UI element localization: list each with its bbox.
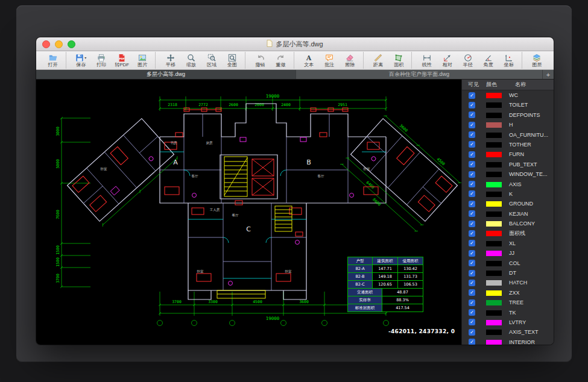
toolbar-button-zoom-region[interactable]: 区域 bbox=[202, 52, 221, 69]
toolbar-button-zoom-extents[interactable]: 全图 bbox=[223, 52, 241, 69]
layer-row[interactable]: ✓DEFPOINTS bbox=[462, 110, 554, 120]
layer-visible-checkbox[interactable]: ✓ bbox=[469, 92, 475, 99]
layer-visible-checkbox[interactable]: ✓ bbox=[469, 181, 475, 187]
minimize-button[interactable] bbox=[55, 40, 63, 48]
layer-color-swatch[interactable] bbox=[486, 133, 502, 138]
layer-row[interactable]: ✓TK bbox=[462, 308, 554, 318]
layer-visible-checkbox[interactable]: ✓ bbox=[469, 270, 475, 277]
toolbar-button-pdf[interactable]: PDF转PDF bbox=[113, 52, 131, 69]
layer-visible-checkbox[interactable]: ✓ bbox=[469, 122, 475, 128]
layer-row[interactable]: ✓H bbox=[462, 120, 554, 130]
toolbar-button-area[interactable]: 面积 bbox=[390, 52, 408, 69]
layer-row[interactable]: ✓AXIS_TEXT bbox=[462, 327, 554, 337]
layer-row[interactable]: ✓TREE bbox=[462, 298, 554, 307]
dropdown-caret-icon[interactable]: ▾ bbox=[84, 56, 86, 60]
toolbar-button-image[interactable]: 图片 bbox=[133, 52, 152, 69]
layer-row[interactable]: ✓WC bbox=[462, 90, 554, 100]
layer-color-swatch[interactable] bbox=[486, 290, 502, 296]
layer-color-swatch[interactable] bbox=[486, 152, 502, 157]
layer-color-swatch[interactable] bbox=[486, 320, 502, 325]
layer-visible-checkbox[interactable]: ✓ bbox=[469, 151, 475, 158]
layer-color-swatch[interactable] bbox=[486, 93, 502, 98]
layer-visible-checkbox[interactable]: ✓ bbox=[469, 102, 475, 108]
layer-color-swatch[interactable] bbox=[486, 162, 502, 168]
layer-row[interactable]: ✓HATCH bbox=[462, 278, 554, 287]
layer-visible-checkbox[interactable]: ✓ bbox=[469, 131, 475, 138]
layer-color-swatch[interactable] bbox=[486, 251, 502, 256]
layer-row[interactable]: ✓K bbox=[462, 189, 554, 199]
layer-row[interactable]: ✓FURN bbox=[462, 149, 554, 159]
layer-row[interactable]: ✓TOILET bbox=[462, 100, 554, 110]
layer-visible-checkbox[interactable]: ✓ bbox=[469, 329, 475, 336]
layer-color-swatch[interactable] bbox=[486, 280, 502, 286]
layer-visible-checkbox[interactable]: ✓ bbox=[469, 240, 475, 246]
layer-color-swatch[interactable] bbox=[486, 192, 502, 197]
new-tab-button[interactable]: + bbox=[543, 70, 554, 79]
layer-row[interactable]: ✓COL bbox=[462, 258, 554, 268]
toolbar-button-annotate[interactable]: 批注 bbox=[320, 52, 339, 69]
toolbar-button-pan[interactable]: 平移 bbox=[161, 52, 180, 69]
toolbar-button-text[interactable]: A文本 bbox=[300, 52, 318, 69]
layer-color-swatch[interactable] bbox=[486, 330, 502, 335]
close-button[interactable] bbox=[42, 40, 50, 48]
layer-visible-checkbox[interactable]: ✓ bbox=[469, 210, 475, 217]
layer-visible-checkbox[interactable]: ✓ bbox=[469, 230, 475, 237]
layer-color-swatch[interactable] bbox=[486, 231, 502, 236]
layer-row[interactable]: ✓WINDOW_TE... bbox=[462, 169, 554, 179]
layer-row[interactable]: ✓XL bbox=[462, 239, 554, 248]
layer-color-swatch[interactable] bbox=[486, 300, 502, 305]
toolbar-button-redo[interactable]: 重做 bbox=[271, 52, 290, 69]
layer-visible-checkbox[interactable]: ✓ bbox=[469, 260, 475, 266]
toolbar-button-layers[interactable]: 图层 bbox=[528, 52, 546, 69]
toolbar-button-dim-linear[interactable]: 线性 bbox=[417, 52, 436, 69]
layer-color-swatch[interactable] bbox=[486, 102, 502, 108]
layer-color-swatch[interactable] bbox=[486, 122, 502, 128]
layer-visible-checkbox[interactable]: ✓ bbox=[469, 201, 475, 207]
layer-row[interactable]: ✓JJ bbox=[462, 248, 554, 258]
layer-visible-checkbox[interactable]: ✓ bbox=[469, 171, 475, 178]
layer-visible-checkbox[interactable]: ✓ bbox=[469, 141, 475, 148]
zoom-button[interactable] bbox=[68, 40, 75, 48]
layer-row[interactable]: ✓KEJIAN bbox=[462, 209, 554, 219]
layer-visible-checkbox[interactable]: ✓ bbox=[469, 339, 475, 345]
toolbar-button-distance[interactable]: 距离 bbox=[369, 52, 388, 69]
layer-color-swatch[interactable] bbox=[486, 172, 502, 177]
layer-row[interactable]: ✓BALCONY bbox=[462, 219, 554, 228]
toolbar-button-dim-radius[interactable]: 半径 bbox=[458, 52, 477, 69]
toolbar-button-open-folder[interactable]: 打开 bbox=[43, 52, 62, 69]
layer-visible-checkbox[interactable]: ✓ bbox=[469, 319, 475, 325]
layer-visible-checkbox[interactable]: ✓ bbox=[469, 190, 475, 197]
layer-visible-checkbox[interactable]: ✓ bbox=[469, 111, 475, 118]
layer-color-swatch[interactable] bbox=[486, 261, 502, 266]
layer-color-swatch[interactable] bbox=[486, 221, 502, 227]
layer-visible-checkbox[interactable]: ✓ bbox=[469, 299, 475, 306]
toolbar-button-printer[interactable]: 打印 bbox=[92, 52, 111, 69]
toolbar-button-zoom[interactable]: 缩放 bbox=[182, 52, 200, 69]
title-bar[interactable]: 多层小高等.dwg bbox=[36, 37, 554, 51]
layer-visible-checkbox[interactable]: ✓ bbox=[469, 250, 475, 257]
layer-row[interactable]: ✓LVTRY bbox=[462, 318, 554, 327]
toolbar-button-dim-angle[interactable]: 角度 bbox=[479, 52, 498, 69]
layer-row[interactable]: ✓DT bbox=[462, 268, 554, 278]
layer-visible-checkbox[interactable]: ✓ bbox=[469, 221, 475, 227]
layer-row[interactable]: ✓GROUND bbox=[462, 199, 554, 208]
toolbar-button-save[interactable]: ▾保存 bbox=[72, 52, 90, 69]
layer-color-swatch[interactable] bbox=[486, 340, 502, 345]
layer-color-swatch[interactable] bbox=[486, 142, 502, 148]
layer-visible-checkbox[interactable]: ✓ bbox=[469, 309, 475, 316]
layer-row[interactable]: ✓面积线 bbox=[462, 228, 554, 238]
layer-color-swatch[interactable] bbox=[486, 211, 502, 217]
layer-row[interactable]: ✓INTERIOR bbox=[462, 337, 554, 345]
layer-color-swatch[interactable] bbox=[486, 271, 502, 276]
tab-document-2[interactable]: 百余种住宅户形平面.dwg bbox=[296, 70, 543, 79]
layer-visible-checkbox[interactable]: ✓ bbox=[469, 289, 475, 296]
layer-color-swatch[interactable] bbox=[486, 201, 502, 207]
toolbar-button-eraser[interactable]: 擦除 bbox=[341, 52, 359, 69]
layer-visible-checkbox[interactable]: ✓ bbox=[469, 161, 475, 168]
layer-row[interactable]: ✓PUB_TEXT bbox=[462, 160, 554, 169]
layer-row[interactable]: ✓TOTHER bbox=[462, 140, 554, 149]
drawing-canvas[interactable]: 19000 2318 2772 2600 2000 2400 2951 3700… bbox=[36, 80, 461, 345]
layer-color-swatch[interactable] bbox=[486, 310, 502, 316]
layer-color-swatch[interactable] bbox=[486, 113, 502, 118]
toolbar-button-dim-relative[interactable]: 相对 bbox=[438, 52, 457, 69]
